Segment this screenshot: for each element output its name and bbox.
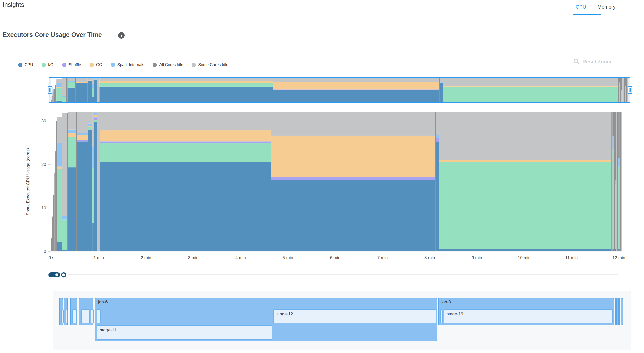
stage-label: stage-11 [97,326,272,333]
x-axis: 0 s1 min2 min3 min4 min5 min6 min7 min8 … [49,255,625,260]
job-stage-timeline: job-6stage-12stage-11job-8stage-19 [53,291,631,350]
timeline-job[interactable] [617,298,618,325]
brush-left-handle[interactable] [48,86,52,94]
x-tick-label: 6 min [330,255,341,260]
timeline-job[interactable] [64,298,68,325]
stage-label: stage-12 [274,310,436,317]
y-tick-label: 10 [41,206,46,210]
timeline-stage[interactable] [440,309,443,323]
timeline-job[interactable] [79,298,93,325]
x-tick-label: 10 min [518,255,531,260]
timeline-stage-stage-12[interactable]: stage-12 [273,309,436,323]
x-tick-label: 8 min [424,255,435,260]
minimap-brush-chart[interactable] [48,77,632,103]
timeline-job[interactable] [70,298,77,325]
job-label: job-6 [95,298,437,305]
timeline-job[interactable] [621,298,623,325]
timeline-stage[interactable] [61,309,64,323]
timeline-job-job-6[interactable]: job-6stage-12stage-11 [95,298,437,341]
x-tick-label: 11 min [565,255,578,260]
x-tick-label: 12 min [612,255,625,260]
x-tick-label: 1 min [93,255,104,260]
x-tick-label: 4 min [235,255,246,260]
timeline-toggle[interactable] [48,272,618,277]
timeline-stage[interactable] [97,309,101,323]
timeline-stage[interactable] [66,309,68,323]
timeline-stage-stage-11[interactable]: stage-11 [97,325,272,340]
y-tick-label: 30 [41,119,46,123]
y-tick-label: 20 [41,162,46,167]
y-axis: 0102030Spark Executor CPU Usage (cores) [26,119,51,254]
x-tick-label: 3 min [188,255,199,260]
timeline-job-job-8[interactable]: job-8stage-19 [438,298,614,325]
stage-label: stage-19 [444,310,612,317]
x-tick-label: 7 min [377,255,388,260]
x-tick-label: 0 s [49,255,55,260]
timeline-job[interactable] [615,298,617,325]
timeline-stage[interactable] [72,309,77,323]
timeline-job[interactable] [59,298,63,325]
timeline-job[interactable] [618,298,620,325]
toggle-knob[interactable] [55,273,59,277]
insights-page: Insights CPUMemory Executors Core Usage … [0,0,644,353]
main-area-chart[interactable] [51,112,622,251]
x-tick-label: 2 min [141,255,151,260]
timeline-stage[interactable] [81,309,90,323]
y-axis-title: Spark Executor CPU Usage (cores) [26,148,30,215]
x-tick-label: 5 min [283,255,293,260]
toggle-radio-icon[interactable] [62,273,66,277]
brush-right-handle[interactable] [628,86,632,94]
timeline-stage-stage-19[interactable]: stage-19 [444,309,613,323]
timeline-stage[interactable] [91,309,94,323]
y-tick-label: 0 [44,249,46,254]
x-tick-label: 9 min [472,255,482,260]
job-label: job-8 [439,298,614,305]
